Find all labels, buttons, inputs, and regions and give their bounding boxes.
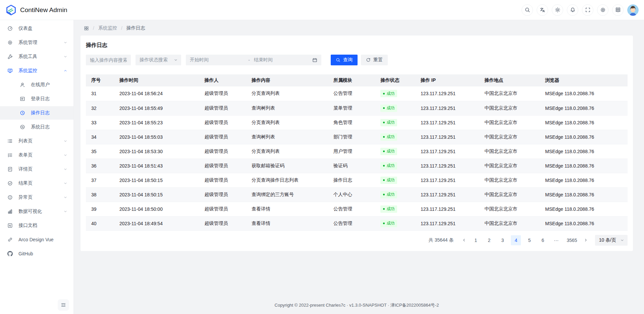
menu-fold-icon bbox=[61, 302, 66, 308]
pagination-page-4[interactable]: 4 bbox=[511, 235, 521, 245]
column-header: 所属模块 bbox=[328, 74, 375, 86]
app-root: ContiNew Admin 仪表盘系统管理系统工具系统监控在线用户登录日志操作… bbox=[0, 0, 644, 314]
sidebar-item-label: 系统管理 bbox=[18, 40, 58, 46]
status-dot-icon bbox=[383, 223, 385, 224]
breadcrumb-separator: / bbox=[121, 25, 122, 31]
table-row: 392023-11-04 18:50:00超级管理员查看详情公告管理成功123.… bbox=[86, 202, 628, 216]
sidebar-item-label: 接口文档 bbox=[18, 223, 67, 229]
pagination-page-3565[interactable]: 3565 bbox=[565, 235, 579, 245]
collapse-sidebar-button[interactable] bbox=[58, 299, 69, 311]
table-row: 372023-11-04 18:50:15超级管理员分页查询操作日志列表操作日志… bbox=[86, 173, 628, 187]
sidebar-item-label: 系统工具 bbox=[18, 54, 58, 60]
apps-icon[interactable] bbox=[84, 26, 89, 31]
user-avatar[interactable] bbox=[627, 4, 639, 16]
sidebar-item-system-tools[interactable]: 系统工具 bbox=[0, 50, 73, 63]
pagination-page-3[interactable]: 3 bbox=[497, 235, 507, 245]
status-dot-icon bbox=[383, 208, 385, 210]
column-header: 浏览器 bbox=[540, 74, 628, 86]
reset-button-label: 重置 bbox=[373, 57, 383, 63]
sidebar-item-label: GitHub bbox=[18, 251, 67, 256]
gear-icon bbox=[7, 40, 13, 45]
translate-icon bbox=[540, 7, 545, 13]
sidebar-item-data-visualization[interactable]: 数据可视化 bbox=[0, 205, 73, 218]
settings-button[interactable] bbox=[597, 4, 608, 16]
list-icon bbox=[7, 138, 13, 144]
sidebar-item-system-monitor[interactable]: 系统监控 bbox=[0, 64, 73, 77]
table-row: 362023-11-04 18:51:43超级管理员获取邮箱验证码验证码成功12… bbox=[86, 159, 628, 173]
sidebar-item-login-log[interactable]: 登录日志 bbox=[0, 92, 73, 106]
reset-button[interactable]: 重置 bbox=[361, 55, 388, 65]
pagination-next-button[interactable] bbox=[581, 235, 591, 245]
search-button[interactable] bbox=[522, 4, 533, 16]
table-row: 312023-11-04 18:56:24超级管理员分页查询列表公告管理成功12… bbox=[86, 86, 628, 101]
pagination-page-6[interactable]: 6 bbox=[538, 235, 548, 245]
end-date-field[interactable]: 结束时间 bbox=[254, 57, 312, 63]
search-icon bbox=[336, 58, 340, 62]
pagination-page-2[interactable]: 2 bbox=[484, 235, 494, 245]
sidebar-item-operation-log[interactable]: 操作日志 bbox=[0, 106, 73, 120]
operation-log-card: 操作日志 操作状态搜索 开始时间 - 结束时间 查 bbox=[80, 36, 633, 251]
sidebar-item-online-users[interactable]: 在线用户 bbox=[0, 78, 73, 91]
fullscreen-button[interactable] bbox=[582, 4, 593, 16]
chevron-down-icon bbox=[620, 238, 624, 242]
sidebar-item-exception-pages[interactable]: 异常页 bbox=[0, 191, 73, 204]
sidebar-item-api-docs[interactable]: 接口文档 bbox=[0, 219, 73, 232]
search-button[interactable]: 查询 bbox=[331, 55, 358, 65]
chevron-down-icon bbox=[63, 209, 67, 213]
start-date-field[interactable]: 开始时间 bbox=[190, 57, 248, 63]
breadcrumb: / 系统监控 / 操作日志 bbox=[80, 20, 633, 36]
chevron-left-icon bbox=[462, 238, 466, 242]
chevron-up-icon bbox=[63, 69, 67, 73]
search-icon bbox=[525, 7, 530, 13]
column-header: 操作地点 bbox=[479, 74, 540, 86]
breadcrumb-section[interactable]: 系统监控 bbox=[98, 25, 117, 31]
checklist-icon bbox=[7, 152, 13, 158]
book-icon bbox=[615, 7, 621, 13]
status-dot-icon bbox=[383, 107, 385, 109]
sidebar-item-github[interactable]: GitHub bbox=[0, 247, 73, 260]
sidebar-item-dashboard[interactable]: 仪表盘 bbox=[0, 22, 73, 35]
sidebar-item-system-management[interactable]: 系统管理 bbox=[0, 36, 73, 49]
sidebar-item-list-pages[interactable]: 列表页 bbox=[0, 134, 73, 148]
gauge-icon bbox=[7, 26, 13, 31]
chevron-down-icon bbox=[63, 181, 67, 185]
table-row: 382023-11-04 18:50:15超级管理员查询绑定的三方账号个人中心成… bbox=[86, 187, 628, 202]
sidebar-item-arco-design-vue[interactable]: Arco Design Vue bbox=[0, 233, 73, 246]
brand[interactable]: ContiNew Admin bbox=[5, 4, 67, 16]
chevron-down-icon bbox=[63, 139, 67, 143]
sidebar-item-detail-pages[interactable]: 详情页 bbox=[0, 163, 73, 176]
sidebar-item-result-pages[interactable]: 结果页 bbox=[0, 177, 73, 190]
range-separator: - bbox=[248, 57, 250, 63]
table-row: 342023-11-04 18:55:03超级管理员查询树列表部门管理成功123… bbox=[86, 130, 628, 144]
chevron-down-icon bbox=[63, 41, 67, 45]
sidebar-item-label: 数据可视化 bbox=[18, 208, 58, 214]
footer-copyright: Copyright © 2022-present Charles7c · v1.… bbox=[80, 298, 633, 314]
pagination-prev-button[interactable] bbox=[459, 235, 469, 245]
bell-icon bbox=[570, 7, 576, 13]
docs-button[interactable] bbox=[612, 4, 624, 16]
sidebar-item-form-pages[interactable]: 表单页 bbox=[0, 148, 73, 162]
translate-button[interactable] bbox=[537, 4, 548, 16]
status-select[interactable]: 操作状态搜索 bbox=[136, 55, 181, 65]
filter-row: 操作状态搜索 开始时间 - 结束时间 查询 bbox=[86, 55, 628, 65]
status-dot-icon bbox=[383, 165, 385, 167]
page-size-select[interactable]: 10 条/页 bbox=[595, 235, 628, 246]
gear-icon bbox=[600, 7, 606, 13]
date-range-picker[interactable]: 开始时间 - 结束时间 bbox=[186, 55, 321, 65]
status-badge: 成功 bbox=[380, 220, 397, 227]
page-size-label: 10 条/页 bbox=[599, 237, 616, 243]
table-row: 322023-11-04 18:55:49超级管理员查询树列表菜单管理成功123… bbox=[86, 101, 628, 115]
sidebar-item-system-log[interactable]: 系统日志 bbox=[0, 120, 73, 134]
theme-button[interactable] bbox=[552, 4, 563, 16]
pulse-circle-icon bbox=[20, 124, 25, 130]
content-search-input[interactable] bbox=[86, 55, 131, 65]
chevron-down-icon bbox=[63, 167, 67, 171]
pagination-page-1[interactable]: 1 bbox=[471, 235, 481, 245]
notifications-button[interactable] bbox=[567, 4, 578, 16]
sidebar-item-label: 登录日志 bbox=[31, 96, 67, 102]
status-dot-icon bbox=[383, 93, 385, 95]
pagination-page-5[interactable]: 5 bbox=[524, 235, 534, 245]
column-header: 操作 IP bbox=[415, 74, 479, 86]
wrench-icon bbox=[7, 54, 13, 59]
pagination-ellipsis[interactable]: ··· bbox=[551, 238, 561, 243]
